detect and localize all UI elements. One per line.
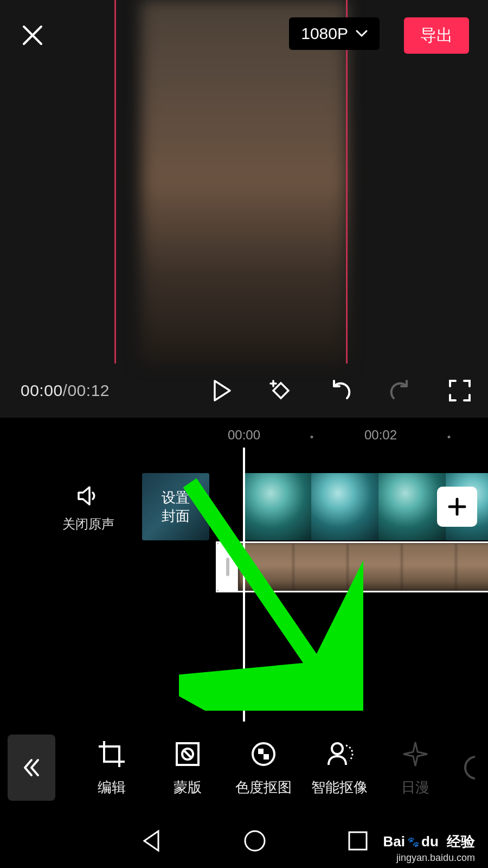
export-button[interactable]: 导出 <box>404 17 469 54</box>
clip-frame <box>244 473 311 540</box>
tool-mask[interactable]: 蒙版 <box>150 739 226 797</box>
crop-icon <box>97 739 127 769</box>
timeline[interactable]: 00:00 00:02 关闭原声 设置封面 <box>0 418 488 722</box>
mask-icon <box>172 739 203 769</box>
tool-label: 日漫 <box>401 778 429 797</box>
clip-frame <box>378 473 446 540</box>
tool-chroma-key[interactable]: 色度抠图 <box>226 739 301 797</box>
undo-button[interactable] <box>329 379 352 403</box>
tool-anime[interactable]: 日漫 <box>377 739 453 797</box>
play-button[interactable] <box>209 379 233 403</box>
mute-audio-button[interactable]: 关闭原声 <box>62 483 114 533</box>
pip-track[interactable] <box>216 541 488 592</box>
ruler-dot <box>311 436 313 438</box>
ruler-tick: 00:02 <box>364 427 397 443</box>
sparkle-icon <box>400 739 431 769</box>
speaker-icon <box>75 483 101 509</box>
paw-icon: 🐾 <box>407 836 419 848</box>
resolution-dropdown[interactable]: 1080P <box>289 17 380 50</box>
set-cover-button[interactable]: 设置封面 <box>142 473 209 540</box>
system-nav-bar: Bai🐾du 经验 jingyan.baidu.com <box>0 814 488 868</box>
current-time: 00:00 <box>21 381 63 399</box>
preview-area: 1080P 导出 <box>0 0 488 363</box>
fullscreen-icon <box>448 379 472 403</box>
watermark: Bai🐾du 经验 jingyan.baidu.com <box>383 832 475 864</box>
pip-frames <box>239 543 488 591</box>
transport-bar: 00:00/00:12 <box>0 363 488 418</box>
svg-point-7 <box>332 743 343 754</box>
circle-home-icon <box>239 825 271 857</box>
svg-point-8 <box>465 757 475 778</box>
close-button[interactable] <box>19 22 46 49</box>
close-icon <box>21 23 44 47</box>
tool-more[interactable] <box>453 752 475 783</box>
nav-home-button[interactable] <box>239 825 271 857</box>
watermark-url: jingyan.baidu.com <box>396 852 475 864</box>
tool-label: 色度抠图 <box>235 778 292 797</box>
undo-icon <box>329 379 352 403</box>
circle-icon <box>453 752 475 783</box>
cover-label: 设置封面 <box>162 488 190 525</box>
play-icon <box>209 379 233 403</box>
square-recent-icon <box>342 825 374 857</box>
pip-trim-handle[interactable] <box>217 543 238 591</box>
nav-back-button[interactable] <box>136 825 168 857</box>
tool-smart-cutout[interactable]: 智能抠像 <box>301 739 377 797</box>
chevrons-left-icon <box>21 757 42 778</box>
redo-button[interactable] <box>388 379 412 403</box>
svg-point-9 <box>245 831 265 851</box>
time-ruler: 00:00 00:02 <box>0 427 488 444</box>
svg-rect-5 <box>258 749 264 754</box>
chroma-icon <box>248 739 279 769</box>
timecode: 00:00/00:12 <box>21 381 110 400</box>
plus-icon <box>446 496 468 518</box>
svg-rect-10 <box>349 832 367 850</box>
tool-label: 编辑 <box>98 778 126 797</box>
chevron-down-icon <box>356 30 368 37</box>
fullscreen-button[interactable] <box>448 379 472 403</box>
tool-edit[interactable]: 编辑 <box>74 739 150 797</box>
playhead[interactable] <box>243 448 245 722</box>
clip-frame-border <box>114 0 348 363</box>
watermark-brand: Bai🐾du 经验 <box>383 832 475 851</box>
mute-label: 关闭原声 <box>62 515 114 533</box>
collapse-toolbar-button[interactable] <box>8 735 55 801</box>
svg-rect-6 <box>264 754 269 760</box>
keyframe-add-icon <box>269 379 293 403</box>
ruler-tick: 00:00 <box>228 427 260 443</box>
nav-recent-button[interactable] <box>342 825 374 857</box>
duration: 00:12 <box>67 381 110 399</box>
clip-frame <box>311 473 378 540</box>
tool-label: 智能抠像 <box>311 778 368 797</box>
tool-label: 蒙版 <box>174 778 202 797</box>
triangle-back-icon <box>136 825 168 857</box>
toolbar: 编辑 蒙版 色度抠图 智能抠像 日漫 <box>0 722 488 814</box>
add-clip-button[interactable] <box>437 487 477 527</box>
person-cutout-icon <box>324 739 355 769</box>
keyframe-button[interactable] <box>269 379 293 403</box>
redo-icon <box>388 379 412 403</box>
svg-line-3 <box>183 750 192 758</box>
resolution-label: 1080P <box>301 24 348 43</box>
ruler-dot <box>448 436 451 438</box>
